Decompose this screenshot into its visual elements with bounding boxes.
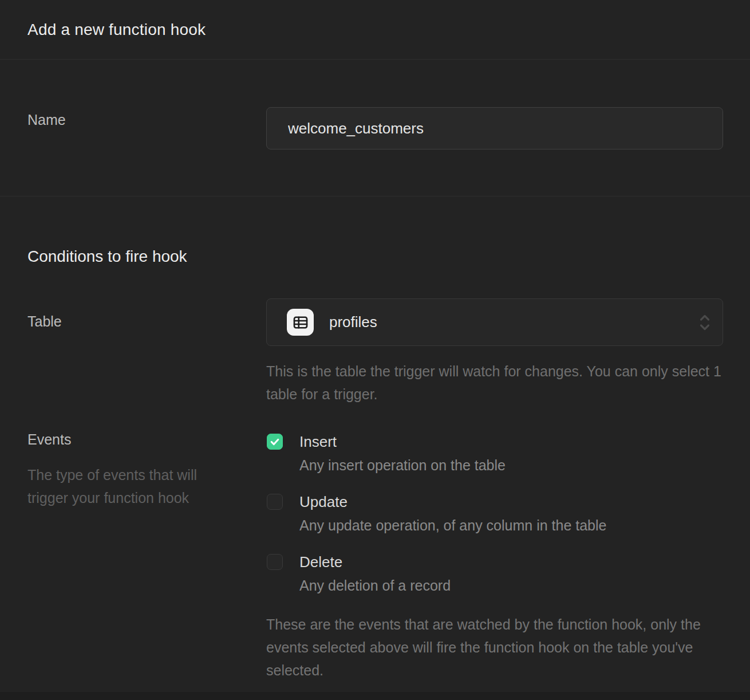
events-label: Events (27, 431, 266, 448)
update-option-description: Any update operation, of any column in t… (299, 517, 606, 534)
conditions-heading: Conditions to fire hook (27, 247, 723, 266)
delete-checkbox[interactable] (267, 554, 283, 570)
table-helper-text: This is the table the trigger will watch… (266, 360, 723, 406)
insert-checkbox[interactable] (267, 434, 283, 450)
delete-option-label[interactable]: Delete (299, 553, 451, 572)
panel-header: Add a new function hook (0, 0, 750, 60)
event-option-insert: Insert Any insert operation on the table (266, 432, 723, 474)
checkmark-icon (269, 436, 281, 447)
table-select[interactable]: profiles (266, 298, 723, 346)
events-helper-text: These are the events that are watched by… (266, 613, 719, 682)
insert-option-label[interactable]: Insert (299, 432, 506, 451)
table-grid-icon (287, 309, 314, 336)
table-select-value: profiles (329, 313, 377, 331)
name-input[interactable] (266, 107, 723, 150)
name-section: Name (0, 60, 750, 196)
table-row: Table profiles (27, 298, 723, 406)
delete-option-description: Any deletion of a record (299, 577, 451, 595)
footer-strip (0, 692, 750, 700)
event-option-delete: Delete Any deletion of a record (266, 553, 723, 595)
conditions-section: Conditions to fire hook Table profiles (0, 196, 750, 682)
events-left-column: Events The type of events that will trig… (27, 432, 266, 509)
table-label: Table (27, 313, 266, 330)
add-function-hook-panel: Add a new function hook Name Conditions … (0, 0, 750, 700)
panel-title: Add a new function hook (27, 21, 206, 39)
update-option-label[interactable]: Update (299, 493, 606, 512)
event-option-update: Update Any update operation, of any colu… (266, 493, 723, 534)
events-row: Events The type of events that will trig… (27, 432, 723, 682)
events-options: Insert Any insert operation on the table… (266, 432, 723, 682)
events-description: The type of events that will trigger you… (27, 463, 228, 509)
up-down-chevron-icon (698, 312, 711, 333)
name-label: Name (27, 112, 266, 128)
insert-option-description: Any insert operation on the table (299, 457, 506, 474)
update-checkbox[interactable] (267, 494, 283, 510)
